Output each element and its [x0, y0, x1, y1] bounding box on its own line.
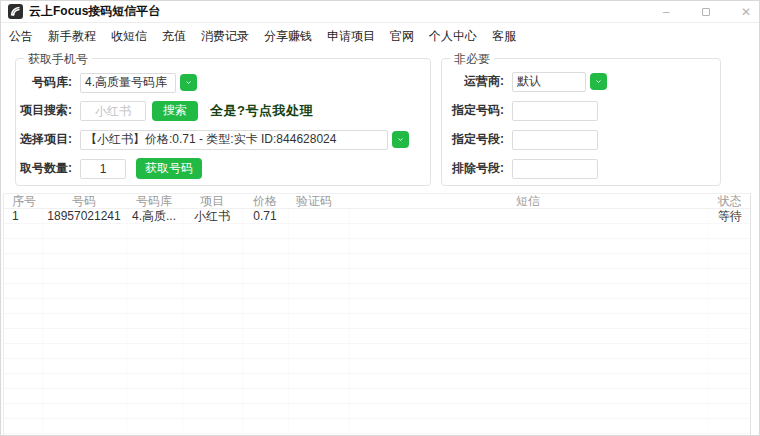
empty-cell — [707, 389, 751, 404]
empty-cell — [349, 224, 707, 239]
menu-item-3[interactable]: 充值 — [162, 28, 186, 45]
specify-segment-input[interactable] — [512, 130, 598, 150]
empty-row — [4, 299, 751, 314]
menu-item-0[interactable]: 公告 — [9, 28, 33, 45]
empty-cell — [242, 239, 288, 254]
empty-row — [4, 404, 751, 419]
empty-row — [4, 254, 751, 269]
table-header-row: 序号号码号码库项目价格验证码短信状态 — [4, 194, 751, 209]
optional-panel: 非必要 运营商: 默认 指定号码: 指定号段: 排除号段: — [441, 58, 721, 186]
empty-cell — [349, 269, 707, 284]
optional-panel-title: 非必要 — [450, 51, 494, 68]
specify-number-input[interactable] — [512, 101, 598, 121]
empty-cell — [349, 374, 707, 389]
empty-cell — [4, 299, 42, 314]
empty-cell — [42, 359, 126, 374]
column-header: 项目 — [182, 194, 242, 209]
empty-cell — [242, 359, 288, 374]
empty-cell — [42, 374, 126, 389]
exclude-segment-input[interactable] — [512, 159, 598, 179]
empty-cell — [707, 419, 751, 434]
table-row[interactable]: 1189570212414.高质...小红书0.71等待 — [4, 209, 751, 224]
search-hint-text[interactable]: 全是?号点我处理 — [210, 102, 313, 120]
project-select[interactable]: 【小红书】价格:0.71 - 类型:实卡 ID:844628024 — [80, 130, 388, 150]
empty-cell — [182, 284, 242, 299]
empty-cell — [126, 359, 182, 374]
empty-cell — [42, 389, 126, 404]
empty-cell — [707, 344, 751, 359]
pool-dropdown-button[interactable] — [180, 74, 197, 91]
get-phone-panel: 获取手机号 号码库: 4.高质量号码库 项目搜索: 搜索 全是?号点我处理 选择… — [15, 58, 431, 186]
quantity-label: 取号数量: — [16, 160, 72, 177]
quantity-input[interactable] — [80, 159, 126, 179]
carrier-dropdown-button[interactable] — [590, 73, 607, 90]
project-dropdown-button[interactable] — [392, 131, 409, 148]
empty-cell — [288, 419, 349, 434]
menu-item-7[interactable]: 官网 — [390, 28, 414, 45]
empty-cell — [349, 359, 707, 374]
project-search-input[interactable] — [80, 101, 146, 121]
table-cell: 小红书 — [182, 209, 242, 224]
column-header: 号码库 — [126, 194, 182, 209]
project-search-label: 项目搜索: — [16, 102, 72, 119]
column-header: 短信 — [349, 194, 707, 209]
empty-cell — [42, 404, 126, 419]
empty-cell — [126, 404, 182, 419]
menu-item-4[interactable]: 消费记录 — [201, 28, 249, 45]
empty-cell — [242, 389, 288, 404]
close-button[interactable]: ✕ — [739, 5, 753, 19]
menu-item-5[interactable]: 分享赚钱 — [264, 28, 312, 45]
project-select-label: 选择项目: — [16, 131, 72, 148]
table-cell: 4.高质... — [126, 209, 182, 224]
get-number-button[interactable]: 获取号码 — [136, 158, 202, 179]
empty-cell — [126, 314, 182, 329]
empty-cell — [42, 254, 126, 269]
empty-cell — [349, 299, 707, 314]
menu-item-9[interactable]: 客服 — [492, 28, 516, 45]
empty-cell — [42, 224, 126, 239]
empty-cell — [288, 284, 349, 299]
empty-row — [4, 239, 751, 254]
sms-table-container: 序号号码号码库项目价格验证码短信状态 1189570212414.高质...小红… — [3, 193, 751, 436]
empty-cell — [288, 329, 349, 344]
menu-item-8[interactable]: 个人中心 — [429, 28, 477, 45]
empty-cell — [242, 299, 288, 314]
column-header: 状态 — [707, 194, 751, 209]
table-cell — [349, 209, 707, 224]
minimize-button[interactable]: – — [659, 5, 673, 19]
empty-cell — [349, 344, 707, 359]
search-button[interactable]: 搜索 — [152, 101, 198, 121]
empty-cell — [242, 419, 288, 434]
empty-cell — [182, 224, 242, 239]
maximize-icon — [702, 8, 710, 16]
empty-cell — [288, 239, 349, 254]
empty-cell — [42, 299, 126, 314]
table-cell: 等待 — [707, 209, 751, 224]
empty-cell — [4, 359, 42, 374]
empty-cell — [242, 254, 288, 269]
empty-cell — [126, 344, 182, 359]
quantity-row: 取号数量: 获取号码 — [16, 158, 424, 179]
empty-cell — [288, 314, 349, 329]
empty-cell — [4, 254, 42, 269]
empty-cell — [182, 329, 242, 344]
menu-item-1[interactable]: 新手教程 — [48, 28, 96, 45]
carrier-select[interactable]: 默认 — [512, 72, 586, 92]
empty-cell — [242, 344, 288, 359]
carrier-label: 运营商: — [442, 73, 504, 90]
pool-row: 号码库: 4.高质量号码库 — [16, 72, 424, 93]
empty-cell — [42, 269, 126, 284]
empty-cell — [288, 269, 349, 284]
empty-cell — [349, 419, 707, 434]
empty-cell — [4, 344, 42, 359]
maximize-button[interactable] — [699, 5, 713, 19]
empty-cell — [4, 284, 42, 299]
empty-cell — [242, 329, 288, 344]
empty-cell — [242, 374, 288, 389]
empty-cell — [242, 269, 288, 284]
empty-cell — [126, 419, 182, 434]
empty-cell — [288, 344, 349, 359]
pool-select[interactable]: 4.高质量号码库 — [80, 73, 176, 93]
menu-item-2[interactable]: 收短信 — [111, 28, 147, 45]
menu-item-6[interactable]: 申请项目 — [327, 28, 375, 45]
